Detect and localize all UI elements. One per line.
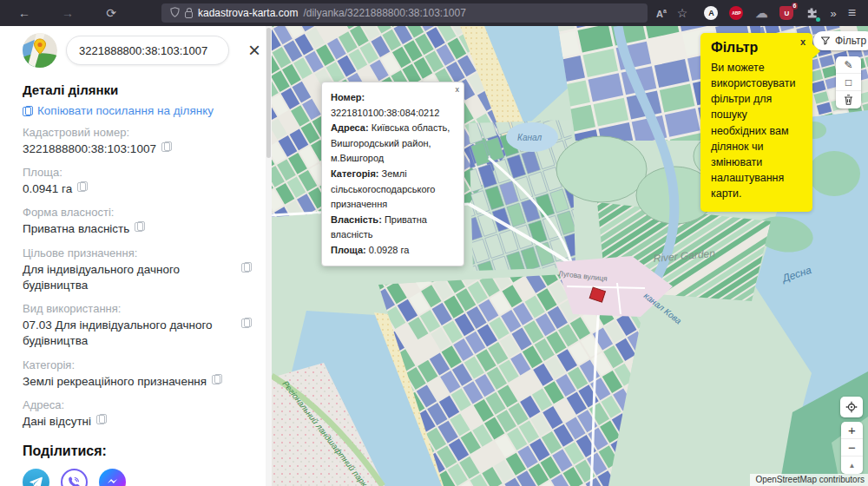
copy-icon[interactable]: [96, 414, 105, 424]
geolocate-button[interactable]: [840, 397, 863, 417]
bookmark-star-icon[interactable]: ☆: [677, 6, 688, 20]
extensions-puzzle-icon[interactable]: [805, 6, 819, 20]
shield-extension-icon[interactable]: U6: [779, 6, 793, 20]
tilt-button[interactable]: ▲: [841, 456, 863, 474]
telegram-share-button[interactable]: [23, 469, 49, 486]
tracking-shield-icon[interactable]: [170, 7, 180, 20]
map-attribution[interactable]: OpenStreetMap contributors: [750, 474, 868, 486]
map-label-kanal: Канал: [517, 133, 542, 142]
hint-title: Фільтр: [711, 40, 802, 56]
draw-tools: ✎ □: [836, 56, 861, 108]
translate-icon[interactable]: Aa: [656, 8, 667, 19]
copy-icon[interactable]: [241, 262, 250, 273]
delete-shape-button[interactable]: [836, 91, 861, 108]
adblock-plus-icon[interactable]: ABP: [729, 6, 743, 20]
browser-toolbar: ← → ⟳ kadastrova-karta.com/dilyanka/3221…: [0, 0, 868, 26]
field-cadastre-number: Кадастровий номер: 3221888800:38:103:100…: [23, 126, 256, 157]
parcel-tooltip: x Номер: 3221810100:38:084:0212 Адреса: …: [321, 82, 464, 266]
zoom-controls: + − ▲: [841, 422, 863, 474]
field-area: Площа: 0.0941 га: [23, 166, 256, 197]
copy-icon[interactable]: [241, 318, 250, 328]
forward-icon[interactable]: →: [56, 6, 80, 20]
trash-icon: [844, 95, 853, 105]
url-path: /dilyanka/3221888800:38:103:1007: [303, 7, 466, 19]
copy-icon[interactable]: [77, 181, 86, 192]
lock-icon[interactable]: [185, 11, 193, 18]
draw-shape-button[interactable]: □: [836, 74, 861, 91]
zoom-out-button[interactable]: −: [841, 439, 863, 456]
back-icon[interactable]: ←: [12, 6, 36, 20]
square-icon: □: [845, 76, 852, 89]
overflow-chevron-icon[interactable]: »: [830, 7, 836, 20]
url-domain: kadastrova-karta.com: [198, 7, 298, 19]
panel-title: Деталі ділянки: [23, 82, 256, 97]
site-logo[interactable]: [23, 33, 57, 68]
filter-hint-popup: x Фільтр Ви можете використовувати фільт…: [700, 33, 812, 212]
search-input[interactable]: [66, 36, 229, 65]
tooltip-close-icon[interactable]: x: [456, 83, 460, 95]
sidebar-scrollbar[interactable]: [266, 26, 272, 486]
field-ownership: Форма власності: Приватна власність: [23, 206, 256, 237]
copy-icon[interactable]: [135, 221, 143, 232]
cadastral-map[interactable]: Канал River Garden Десна канал Кова Регі…: [272, 26, 868, 486]
copy-icon[interactable]: [161, 141, 170, 152]
reload-icon[interactable]: ⟳: [99, 6, 123, 20]
hint-body: Ви можете використовувати фільтри для по…: [711, 60, 802, 201]
field-purpose: Цільове призначення: Для індивідуального…: [23, 246, 256, 293]
extension-a-icon[interactable]: A: [704, 6, 718, 20]
copy-icon[interactable]: [212, 374, 220, 384]
close-panel-icon[interactable]: ×: [248, 42, 260, 59]
pencil-icon: ✎: [844, 59, 852, 71]
shield-badge: 6: [792, 3, 799, 10]
copy-parcel-link[interactable]: Копіювати посилання на ділянку: [23, 104, 256, 117]
copy-icon: [23, 106, 31, 116]
viber-share-button[interactable]: [61, 469, 88, 486]
share-title: Поділитися:: [23, 443, 256, 459]
field-address: Адреса: Дані відсутні: [23, 398, 256, 430]
cloud-extension-icon[interactable]: ☁: [754, 6, 768, 20]
funnel-icon: [820, 36, 831, 46]
filter-button[interactable]: Фільтр: [813, 31, 868, 50]
messenger-share-button[interactable]: [99, 469, 126, 486]
target-icon: [845, 401, 858, 413]
hint-close-icon[interactable]: x: [800, 36, 806, 47]
menu-icon[interactable]: ≡: [848, 5, 856, 21]
field-usage: Вид використання: 07.03 Для індивідуальн…: [23, 302, 256, 349]
field-category: Категорія: Землі рекреаційного призначен…: [23, 358, 256, 390]
zoom-in-button[interactable]: +: [841, 422, 863, 439]
parcel-details-panel: × Деталі ділянки Копіювати посилання на …: [0, 26, 272, 486]
draw-line-button[interactable]: ✎: [836, 56, 861, 74]
url-bar[interactable]: kadastrova-karta.com/dilyanka/3221888800…: [161, 3, 648, 23]
